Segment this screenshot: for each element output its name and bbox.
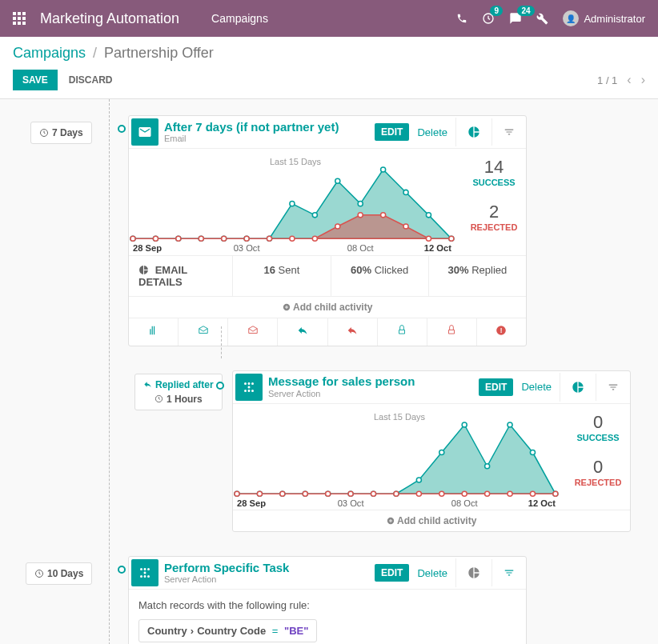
phone-icon[interactable] <box>456 13 467 24</box>
trigger-click-icon[interactable] <box>378 318 427 346</box>
tools-icon[interactable] <box>536 13 548 25</box>
chart-tab-icon[interactable] <box>455 558 491 587</box>
chart-period-label: Last 15 Days <box>237 412 562 425</box>
svg-text:08 Oct: 08 Oct <box>451 498 479 507</box>
svg-point-58 <box>462 422 467 426</box>
trigger-activity-icon[interactable] <box>129 318 179 346</box>
svg-text:03 Oct: 03 Oct <box>338 498 365 507</box>
svg-point-16 <box>403 190 408 194</box>
user-menu[interactable]: 👤 Administrator <box>563 10 645 26</box>
svg-point-11 <box>290 202 295 206</box>
rule-chip[interactable]: Country › Country Code = "BE" <box>138 619 317 642</box>
svg-point-57 <box>439 450 444 454</box>
svg-text:28 Sep: 28 Sep <box>133 243 162 253</box>
svg-point-42 <box>244 382 247 385</box>
svg-point-86 <box>140 575 142 578</box>
svg-point-60 <box>508 422 512 426</box>
svg-point-64 <box>257 491 262 496</box>
svg-point-15 <box>381 167 386 172</box>
filter-tab-icon[interactable] <box>596 374 630 401</box>
svg-point-65 <box>280 491 285 496</box>
clicked-stat: 60% Clicked <box>331 256 429 296</box>
activity-subtitle: Email <box>164 134 375 143</box>
pager-text: 1 / 1 <box>597 74 617 86</box>
rejected-label: REJECTED <box>462 222 526 232</box>
delete-button[interactable]: Delete <box>409 123 455 142</box>
pager-prev-icon[interactable]: ‹ <box>627 73 631 87</box>
activity-chart: 28 Sep 03 Oct 08 Oct 12 Oct <box>237 425 562 506</box>
clock-icon <box>154 394 163 403</box>
svg-point-66 <box>303 491 307 496</box>
apps-icon[interactable] <box>13 12 26 25</box>
rejected-count: 2 <box>462 202 526 222</box>
svg-text:12 Oct: 12 Oct <box>528 498 556 507</box>
discard-button[interactable]: DISCARD <box>69 74 113 86</box>
breadcrumb: Campaigns / Partnership Offer <box>13 45 645 62</box>
success-label: SUCCESS <box>462 178 526 187</box>
activity-title[interactable]: Perform Specific Task <box>164 562 375 575</box>
user-name: Administrator <box>584 13 645 25</box>
timing-badge-1: 7 Days <box>30 122 92 144</box>
filter-tab-icon[interactable] <box>491 559 526 586</box>
clock-notification-icon[interactable]: 9 <box>482 12 495 25</box>
success-label: SUCCESS <box>566 433 630 442</box>
trigger-not-click-icon[interactable] <box>427 318 477 346</box>
email-details-label: EMAIL DETAILS <box>129 256 233 296</box>
svg-point-75 <box>508 491 512 496</box>
trigger-bounce-icon[interactable]: ! <box>477 318 526 346</box>
clock-icon <box>39 128 49 138</box>
activity-title[interactable]: Message for sales person <box>268 375 479 389</box>
notification-badge-2: 24 <box>517 6 534 16</box>
edit-button[interactable]: EDIT <box>479 378 513 396</box>
svg-point-84 <box>140 568 142 570</box>
chart-tab-icon[interactable] <box>455 118 491 146</box>
trigger-not-reply-icon[interactable] <box>328 318 378 346</box>
activity-subtitle: Server Action <box>164 574 375 584</box>
svg-point-22 <box>199 236 203 241</box>
breadcrumb-current: Partnership Offer <box>104 45 214 61</box>
filter-tab-icon[interactable] <box>491 118 526 146</box>
reply-icon <box>143 380 152 389</box>
svg-point-26 <box>290 236 295 241</box>
edit-button[interactable]: EDIT <box>375 123 409 141</box>
svg-point-20 <box>153 236 158 241</box>
svg-point-85 <box>147 568 150 570</box>
activity-subtitle: Server Action <box>268 389 479 398</box>
svg-point-23 <box>222 236 227 241</box>
success-count: 0 <box>566 412 630 433</box>
pager-next-icon[interactable]: › <box>641 73 645 87</box>
activity-title[interactable]: After 7 days (if not partner yet) <box>164 121 375 134</box>
svg-point-61 <box>530 450 535 454</box>
replied-stat: 30% Replied <box>429 256 526 296</box>
svg-point-71 <box>416 491 421 496</box>
svg-point-31 <box>403 224 408 229</box>
chart-period-label: Last 15 Days <box>133 157 458 170</box>
chat-notification-icon[interactable]: 24 <box>509 12 522 25</box>
svg-point-30 <box>381 213 386 218</box>
nav-campaigns[interactable]: Campaigns <box>211 12 268 25</box>
notification-badge-1: 9 <box>490 6 503 16</box>
delete-button[interactable]: Delete <box>409 564 455 582</box>
svg-point-19 <box>130 236 135 241</box>
rejected-count: 0 <box>566 457 630 478</box>
timing-badge-2: Replied after 1 Hours <box>134 374 223 410</box>
app-title: Marketing Automation <box>40 10 179 27</box>
add-child-button[interactable]: Add child activity <box>233 510 630 531</box>
svg-point-70 <box>394 491 399 496</box>
breadcrumb-root[interactable]: Campaigns <box>13 45 86 61</box>
svg-point-68 <box>348 491 353 496</box>
delete-button[interactable]: Delete <box>513 378 560 396</box>
edit-button[interactable]: EDIT <box>375 564 409 582</box>
trigger-mail-not-open-icon[interactable] <box>228 318 278 346</box>
svg-point-45 <box>251 390 254 392</box>
svg-point-67 <box>326 491 331 496</box>
svg-text:28 Sep: 28 Sep <box>237 498 266 507</box>
svg-text:08 Oct: 08 Oct <box>347 243 375 253</box>
save-button[interactable]: SAVE <box>13 70 58 90</box>
svg-point-43 <box>251 382 254 385</box>
chart-tab-icon[interactable] <box>560 373 596 402</box>
add-child-button[interactable]: Add child activity <box>129 296 526 318</box>
sent-stat: 16 Sent <box>233 256 331 296</box>
timeline-dot <box>118 566 126 574</box>
trigger-reply-icon[interactable] <box>278 318 327 346</box>
